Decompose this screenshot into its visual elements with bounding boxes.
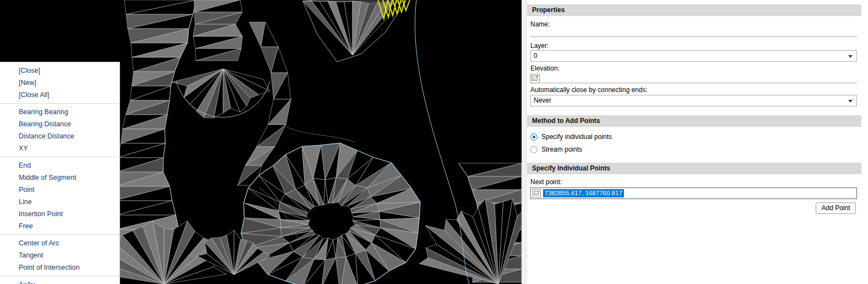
menu-item-bearing-bearing[interactable]: Bearing Bearing — [0, 106, 120, 118]
menu-item-new[interactable]: [New] — [0, 77, 120, 89]
next-point-input[interactable]: 7382855.617, 1687760.817 — [530, 187, 857, 199]
layer-dropdown-value: 0 — [534, 52, 538, 60]
menu-item-close-all[interactable]: [Close All] — [0, 89, 120, 101]
layer-label: Layer: — [530, 42, 549, 50]
snap-context-menu: [Close] [New] [Close All] Bearing Bearin… — [0, 62, 120, 284]
menu-item-line[interactable]: Line — [0, 196, 120, 208]
layer-dropdown[interactable]: 0 — [530, 50, 857, 62]
elevation-label: Elevation: — [530, 65, 560, 72]
radio-stream-label: Stream points — [541, 146, 582, 153]
menu-item-center-of-arc[interactable]: Center of Arc — [0, 237, 120, 249]
name-input[interactable] — [530, 36, 857, 37]
menu-item-close[interactable]: [Close] — [0, 65, 120, 77]
menu-item-insertion-point[interactable]: Insertion Point — [0, 208, 120, 220]
pick-point-icon — [531, 75, 539, 82]
menu-item-distance-distance[interactable]: Distance Distance — [0, 130, 120, 142]
autoclose-dropdown-value: Never — [534, 97, 551, 104]
menu-item-point[interactable]: Point — [0, 184, 120, 196]
next-point-value: 7382855.617, 1687760.817 — [543, 189, 624, 197]
menu-item-xy[interactable]: XY — [0, 142, 120, 154]
panel-scrollbar[interactable] — [522, 0, 527, 284]
menu-item-point-of-intersection[interactable]: Point of Intersection — [0, 261, 120, 274]
menu-group-geometry: Center of Arc Tangent Point of Intersect… — [0, 234, 120, 276]
properties-header: Properties — [527, 4, 861, 16]
menu-group-bearing: Bearing Bearing Bearing Distance Distanc… — [0, 103, 120, 157]
autoclose-dropdown[interactable]: Never — [530, 95, 857, 106]
pick-point-glyph — [534, 190, 540, 196]
menu-group-window: [Close] [New] [Close All] — [0, 62, 120, 103]
add-point-button[interactable]: Add Point — [816, 202, 856, 214]
radio-specify-individual[interactable]: Specify individual points — [530, 132, 612, 141]
pick-point-icon[interactable] — [533, 189, 541, 197]
radio-specify-label: Specify individual points — [541, 133, 612, 141]
menu-item-middle-of-segment[interactable]: Middle of Segment — [0, 172, 120, 184]
radio-stream-points[interactable]: Stream points — [530, 145, 582, 154]
chevron-down-icon — [848, 100, 853, 103]
elevation-pick-icon[interactable] — [530, 74, 540, 83]
radio-selected-icon[interactable] — [530, 133, 538, 141]
name-label: Name: — [530, 20, 550, 28]
radio-unselected-icon[interactable] — [530, 146, 538, 153]
app-window: [Close] [New] [Close All] Bearing Bearin… — [0, 0, 868, 284]
next-point-label: Next point: — [530, 178, 562, 186]
elevation-input[interactable] — [541, 83, 857, 83]
menu-group-axay: AxAy — [0, 276, 120, 284]
menu-item-axay[interactable]: AxAy — [0, 278, 120, 284]
autoclose-label: Automatically close by connecting ends: — [530, 86, 648, 94]
menu-item-end[interactable]: End — [0, 159, 120, 172]
menu-item-bearing-distance[interactable]: Bearing Distance — [0, 118, 120, 130]
menu-group-snaps: End Middle of Segment Point Line Inserti… — [0, 157, 120, 234]
method-header: Method to Add Points — [527, 115, 861, 127]
menu-item-free[interactable]: Free — [0, 220, 120, 232]
properties-panel: Properties Name: Layer: 0 Elevation: Aut… — [522, 0, 868, 284]
chevron-down-icon — [848, 55, 853, 58]
specify-header: Specify Individual Points — [527, 163, 861, 174]
menu-item-tangent[interactable]: Tangent — [0, 249, 120, 261]
